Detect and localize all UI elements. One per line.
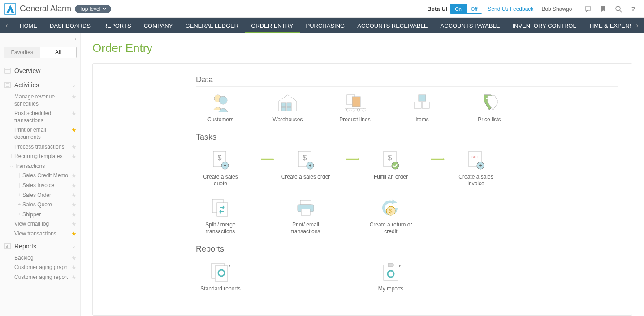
star-icon[interactable]: ★ — [71, 255, 77, 261]
sidebar-item-sales-invoice[interactable]: |Sales Invoice★ — [4, 181, 77, 191]
tile-label: Warehouses — [263, 116, 312, 124]
tile-create-sales-order[interactable]: $+ Create a sales order — [281, 149, 330, 181]
nav-company[interactable]: COMPANY — [138, 18, 179, 33]
group-data-title: Data — [196, 75, 618, 87]
help-icon[interactable]: ? — [631, 5, 635, 13]
tile-create-return-credit[interactable]: $ Create a return or credit — [366, 196, 415, 235]
toggle-on[interactable]: On — [450, 4, 467, 14]
nav-accounts-receivable[interactable]: ACCOUNTS RECEIVABLE — [351, 18, 434, 33]
sidebar-item-shipper[interactable]: +Shipper★ — [4, 210, 77, 220]
sidebar-collapse[interactable]: ‹ — [0, 33, 80, 44]
main-nav: ‹ HOME DASHBOARDS REPORTS COMPANY GENERA… — [0, 18, 644, 33]
sidebar-item-sales-quote[interactable]: +Sales Quote★ — [4, 200, 77, 210]
tile-label: Customers — [196, 116, 245, 124]
nav-inventory-control[interactable]: INVENTORY CONTROL — [506, 18, 582, 33]
beta-toggle[interactable]: On Off — [450, 4, 482, 14]
star-icon[interactable]: ★ — [71, 274, 77, 281]
tile-create-sales-invoice[interactable]: DUE+ Create a sales invoice — [451, 149, 501, 188]
svg-marker-45 — [358, 158, 359, 160]
tab-favorites[interactable]: Favorites — [4, 47, 40, 58]
sidebar-item-recurring-templates[interactable]: |Recurring templates★ — [4, 152, 77, 162]
star-icon[interactable]: ★ — [71, 192, 77, 199]
sidebar-item-view-email-log[interactable]: View email log★ — [4, 219, 77, 229]
sidebar-item-sales-credit-memo[interactable]: |Sales Credit Memo★ — [4, 171, 77, 181]
sidebar-item-sales-order[interactable]: +Sales Order★ — [4, 191, 77, 201]
sidebar-item-transactions[interactable]: ⌄Transactions — [4, 162, 77, 171]
main-content: Order Entry Data Customers Warehouses Pr… — [81, 33, 644, 316]
star-icon[interactable]: ★ — [71, 153, 77, 160]
star-icon[interactable]: ★ — [71, 221, 77, 227]
svg-text:DUE: DUE — [471, 155, 479, 159]
svg-text:+: + — [223, 162, 226, 169]
sidebar-overview[interactable]: Overview — [4, 64, 77, 78]
sidebar-activities-heading[interactable]: Activities ⌄ — [4, 78, 77, 92]
sidebar-item-customer-aging-report[interactable]: Customer aging report★ — [4, 273, 77, 282]
nav-dashboards[interactable]: DASHBOARDS — [43, 18, 97, 33]
svg-text:+: + — [308, 162, 311, 169]
chevron-down-icon: ⌄ — [8, 163, 14, 169]
star-icon[interactable]: ★ — [71, 201, 77, 208]
sidebar-item-print-email[interactable]: Print or email documents★ — [4, 125, 77, 142]
sidebar-item-backlog[interactable]: Backlog★ — [4, 253, 77, 263]
star-icon[interactable]: ★ — [71, 94, 77, 100]
sidebar-item-view-transactions[interactable]: View transactions★ — [4, 229, 77, 239]
star-icon[interactable]: ★ — [71, 172, 77, 179]
overview-label: Overview — [14, 67, 40, 74]
user-name[interactable]: Bob Shawgo — [541, 6, 572, 12]
svg-marker-70 — [399, 264, 401, 268]
nav-scroll-left[interactable]: ‹ — [0, 18, 13, 33]
svg-rect-12 — [7, 245, 8, 248]
star-icon[interactable]: ★ — [71, 231, 77, 237]
search-icon[interactable] — [615, 5, 622, 13]
tile-price-lists[interactable]: Price lists — [465, 91, 514, 124]
tile-label: Items — [398, 116, 447, 124]
sidebar-reports-heading[interactable]: Reports ⌄ — [4, 239, 77, 253]
tile-create-sales-quote[interactable]: $+ Create a sales quote — [196, 149, 245, 188]
group-tasks-title: Tasks — [196, 132, 618, 144]
tab-all[interactable]: All — [40, 47, 77, 58]
tile-fulfill-order[interactable]: $ Fulfill an order — [366, 149, 415, 181]
nav-home[interactable]: HOME — [13, 18, 43, 33]
sidebar-item-customer-aging-graph[interactable]: Customer aging graph★ — [4, 263, 77, 273]
svg-rect-18 — [287, 103, 291, 107]
nav-scroll-right[interactable]: › — [631, 18, 644, 33]
data-tiles: Customers Warehouses Product lines Items… — [196, 91, 618, 124]
sidebar-item-manage-revenue[interactable]: Manage revenue schedules★ — [4, 92, 77, 109]
fulfill-icon: $ — [366, 149, 415, 171]
svg-rect-20 — [287, 107, 291, 111]
bookmark-icon[interactable] — [601, 6, 606, 12]
nav-general-ledger[interactable]: GENERAL LEDGER — [179, 18, 245, 33]
nav-time-expenses[interactable]: TIME & EXPENSES — [583, 18, 631, 33]
tile-print-email-transactions[interactable]: Print/ email transactions — [281, 196, 330, 235]
activities-label: Activities — [14, 81, 39, 89]
tile-items[interactable]: Items — [398, 91, 447, 124]
tile-customers[interactable]: Customers — [196, 91, 245, 124]
price-lists-icon — [465, 91, 514, 114]
tile-standard-reports[interactable]: Standard reports — [196, 260, 245, 293]
tile-product-lines[interactable]: Product lines — [330, 91, 380, 124]
star-icon[interactable]: ★ — [71, 110, 77, 117]
feedback-link[interactable]: Send Us Feedback — [488, 6, 533, 12]
nav-order-entry[interactable]: ORDER ENTRY — [245, 18, 299, 33]
tile-warehouses[interactable]: Warehouses — [263, 91, 312, 124]
tile-my-reports[interactable]: My reports — [366, 260, 415, 293]
sidebar-item-post-scheduled[interactable]: Post scheduled transactions★ — [4, 109, 77, 125]
svg-rect-64 — [215, 266, 228, 281]
tile-label: Split / merge transactions — [196, 222, 245, 235]
tile-split-merge[interactable]: Split / merge transactions — [196, 196, 245, 235]
tasks-row1: $+ Create a sales quote $+ Create a sale… — [196, 149, 618, 188]
star-icon[interactable]: ★ — [71, 211, 77, 218]
star-icon[interactable]: ★ — [71, 182, 77, 189]
star-icon[interactable]: ★ — [71, 264, 77, 271]
star-icon[interactable]: ★ — [71, 144, 77, 150]
toggle-off[interactable]: Off — [467, 4, 482, 14]
level-selector[interactable]: Top level — [75, 5, 111, 13]
nav-purchasing[interactable]: PURCHASING — [300, 18, 351, 33]
tile-label: Print/ email transactions — [281, 222, 330, 235]
star-icon[interactable]: ★ — [71, 127, 77, 133]
sidebar-item-process-transactions[interactable]: Process transactions★ — [4, 142, 77, 152]
nav-reports[interactable]: REPORTS — [97, 18, 138, 33]
main-panel: Data Customers Warehouses Product lines … — [92, 63, 632, 316]
chat-icon[interactable] — [584, 5, 592, 13]
nav-accounts-payable[interactable]: ACCOUNTS PAYABLE — [434, 18, 506, 33]
